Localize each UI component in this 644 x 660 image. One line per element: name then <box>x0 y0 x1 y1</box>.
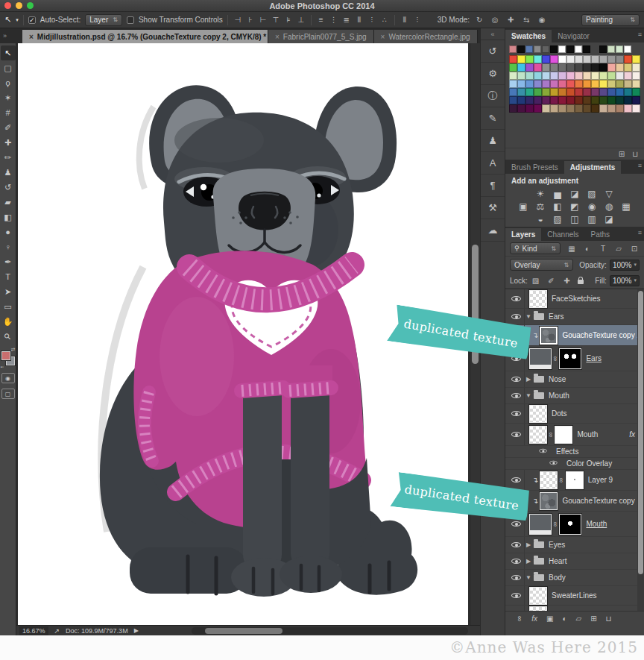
distribute-horizontal-centers-icon[interactable]: ⫶ <box>367 16 377 25</box>
color-swatch[interactable] <box>509 80 517 88</box>
color-swatch[interactable] <box>550 55 558 63</box>
cc-libraries-panel-icon[interactable]: ☁ <box>481 219 505 242</box>
color-swatch[interactable] <box>550 63 558 72</box>
color-swatch[interactable] <box>591 63 599 72</box>
lock-image-pixels-icon[interactable]: ✐ <box>546 277 556 285</box>
panel-menu-icon[interactable]: ≡ <box>638 31 642 38</box>
color-swatch[interactable] <box>575 72 583 80</box>
document-tab[interactable]: ×Midjillustration.psd @ 16.7% (GouacheTe… <box>22 30 268 43</box>
group-expand-toggle[interactable]: ▶ <box>525 376 532 383</box>
color-swatch[interactable] <box>632 72 640 80</box>
layer-row[interactable]: Dots <box>505 404 644 424</box>
effect-row[interactable]: Color Overlay <box>505 458 644 470</box>
tab-layers[interactable]: Layers <box>505 228 541 241</box>
distribute-vertical-spacing-icon[interactable]: ⫴ <box>400 16 410 25</box>
path-selection-tool[interactable]: ➤ <box>1 284 16 299</box>
vibrance-icon[interactable]: ▣ <box>518 201 528 212</box>
screen-mode-button[interactable]: ▢ <box>1 389 15 399</box>
rectangle-shape-tool[interactable]: ▭ <box>1 299 16 314</box>
color-swatch[interactable] <box>599 63 607 72</box>
gradient-map-icon[interactable]: ▥ <box>587 214 597 224</box>
group-expand-toggle[interactable]: ▼ <box>525 392 532 399</box>
layer-thumbnail[interactable] <box>529 426 547 444</box>
layer-group-row[interactable]: ▶Nose <box>505 371 644 388</box>
color-swatch[interactable] <box>558 72 566 80</box>
black-white-icon[interactable]: ◩ <box>569 201 580 212</box>
color-swatch[interactable] <box>534 45 541 53</box>
color-swatch[interactable] <box>566 55 575 63</box>
tab-paths[interactable]: Paths <box>585 228 616 241</box>
color-swatch[interactable] <box>509 96 517 104</box>
filter-pixel-layers-icon[interactable]: ▦ <box>566 245 577 253</box>
workspace-dropdown[interactable]: Painting ⇅ <box>581 14 640 26</box>
color-swatch[interactable] <box>599 55 607 63</box>
color-swatch[interactable] <box>599 80 607 88</box>
color-swatch[interactable] <box>583 45 590 53</box>
color-swatch[interactable] <box>616 96 624 104</box>
color-swatch[interactable] <box>566 72 575 80</box>
selective-color-icon[interactable]: ◪ <box>604 214 614 224</box>
dodge-tool[interactable]: ♀ <box>1 239 16 254</box>
visibility-toggle[interactable] <box>538 445 548 459</box>
quick-mask-button[interactable]: ◉ <box>1 373 15 383</box>
color-swatch[interactable] <box>525 45 533 53</box>
color-swatch[interactable] <box>517 45 525 53</box>
color-swatch[interactable] <box>550 104 558 113</box>
pen-tool[interactable]: ✒ <box>1 254 16 269</box>
delete-swatch-icon[interactable]: ⊔ <box>632 150 638 158</box>
layer-thumbnail[interactable] <box>529 587 547 605</box>
color-swatch[interactable] <box>509 45 517 53</box>
color-swatch[interactable] <box>534 80 542 88</box>
color-swatch[interactable] <box>624 45 631 53</box>
color-swatch[interactable] <box>575 55 583 63</box>
color-swatch[interactable] <box>607 96 616 104</box>
color-swatch[interactable] <box>607 63 616 72</box>
close-tab-icon[interactable]: × <box>29 33 34 41</box>
brush-tool[interactable]: ✏ <box>1 150 16 165</box>
layer-row[interactable]: ↴∞Layer 9 <box>505 470 644 491</box>
visibility-toggle[interactable] <box>508 606 525 611</box>
color-swatch[interactable] <box>616 45 623 53</box>
color-swatch[interactable] <box>509 55 517 63</box>
clone-stamp-tool[interactable]: ♟ <box>1 165 16 180</box>
visibility-toggle[interactable] <box>508 424 525 445</box>
lasso-tool[interactable]: ϙ <box>1 75 16 90</box>
3d-pan-icon[interactable]: ✚ <box>505 16 516 24</box>
brightness-contrast-icon[interactable]: ☀ <box>535 189 546 199</box>
color-swatch[interactable] <box>607 55 616 63</box>
toolbar-collapse-icon[interactable]: » <box>0 28 22 43</box>
group-expand-toggle[interactable]: ▶ <box>525 558 532 565</box>
color-swatch[interactable] <box>542 45 549 53</box>
layer-mask-thumbnail[interactable] <box>559 348 581 369</box>
color-swatch[interactable] <box>534 104 542 113</box>
color-swatch[interactable] <box>525 72 534 80</box>
color-swatch[interactable] <box>525 80 534 88</box>
color-swatch[interactable] <box>558 88 566 96</box>
color-swatch[interactable] <box>607 80 616 88</box>
layer-thumbnail[interactable] <box>529 606 547 612</box>
zoom-level-field[interactable]: 16.67% <box>19 626 48 635</box>
canvas-horizontal-scrollbar[interactable] <box>192 627 468 635</box>
color-swatch[interactable] <box>632 96 640 104</box>
color-swatch[interactable] <box>534 72 542 80</box>
color-swatch[interactable] <box>550 45 558 53</box>
3d-orbit-icon[interactable]: ↻ <box>474 16 484 24</box>
eraser-tool[interactable]: ▰ <box>1 195 16 210</box>
type-tool[interactable]: T <box>1 269 16 284</box>
swap-colors-icon[interactable]: ⇄ <box>11 347 16 353</box>
color-swatch[interactable] <box>525 55 534 63</box>
layer-thumbnail[interactable] <box>540 471 558 489</box>
color-swatch[interactable] <box>632 104 640 113</box>
color-swatch[interactable] <box>616 63 624 72</box>
color-swatch[interactable] <box>542 80 550 88</box>
color-swatch[interactable] <box>509 72 517 80</box>
status-flyout-icon[interactable]: ▶ <box>134 627 139 634</box>
color-swatch[interactable] <box>550 88 558 96</box>
hue-saturation-icon[interactable]: ⚖ <box>535 201 546 212</box>
layer-group-row[interactable]: ▼Body <box>505 570 644 586</box>
opacity-field[interactable]: 100% ▾ <box>610 260 640 271</box>
color-swatch[interactable] <box>583 96 591 104</box>
add-layer-mask-icon[interactable]: ▣ <box>546 615 553 623</box>
document-tab[interactable]: ×FabricPlain0077_5_S.jpg <box>268 30 374 43</box>
new-layer-icon[interactable]: ⊞ <box>590 615 596 623</box>
